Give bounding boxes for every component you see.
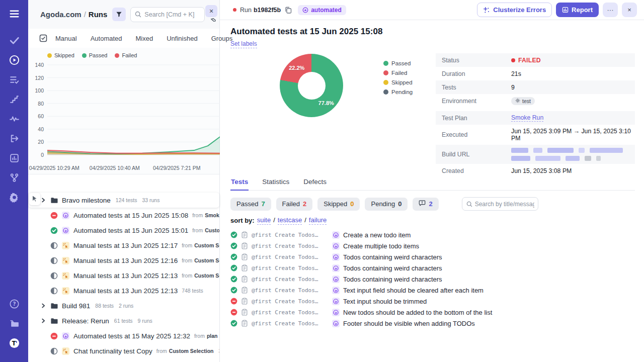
filter-pill-comments[interactable]: >2 (413, 198, 438, 211)
folder-row[interactable]: Build 98188 tests2 runs (28, 298, 219, 313)
clipboard-icon (241, 253, 248, 260)
results-donut-chart: 77.8%22.2% (280, 54, 343, 117)
legend-item-passed[interactable]: Passed (82, 52, 108, 58)
tab-defects[interactable]: Defects (303, 175, 327, 190)
filter-pill-passed[interactable]: Passed7 (230, 198, 271, 211)
copy-run-id-button[interactable] (285, 7, 292, 14)
tab-automated[interactable]: Automated (91, 35, 122, 42)
menu-icon[interactable] (8, 7, 21, 20)
sort-options: suite/testcase/failure (257, 216, 327, 225)
section-name: Runs (89, 10, 108, 19)
play-circle-icon[interactable] (8, 53, 21, 66)
run-source: Custom Selection (194, 273, 219, 279)
tab-statistics[interactable]: Statistics (262, 175, 290, 190)
tab-manual[interactable]: Manual (55, 35, 77, 42)
donut-legend-item-passed: Passed (383, 60, 423, 66)
gear-icon[interactable] (8, 191, 21, 204)
tests-search-input[interactable] (475, 201, 534, 208)
automated-badge[interactable]: a automated (298, 5, 346, 15)
status-passed-icon (230, 320, 237, 327)
list-check-icon[interactable] (8, 73, 21, 86)
run-from-label: from (192, 227, 203, 233)
redacted-segment (547, 148, 574, 153)
test-plan-link[interactable]: Smoke Run (511, 114, 543, 122)
detail-label: Status (436, 54, 511, 67)
runs-history-chart: SkippedPassedFailed 020406080100120140 0… (28, 48, 219, 174)
run-row[interactable]: aAutomated tests at 15 Jun 2025 15:01fro… (28, 223, 219, 238)
run-row[interactable]: Manual tests at 13 Jun 2025 12:16fromCus… (28, 253, 219, 268)
testomat-logo[interactable]: T (8, 336, 21, 349)
test-row[interactable]: @first Create Todos…aCreate a new todo i… (230, 229, 635, 240)
automated-icon: a (62, 227, 69, 234)
folders-icon[interactable] (8, 317, 21, 330)
project-name[interactable]: Agoda.com (40, 10, 82, 19)
x-tick-label: 04/29/2025 10:29 AM (29, 165, 79, 171)
chevron-right-icon[interactable] (40, 197, 46, 203)
breadcrumb: Agoda.com/Runs (40, 10, 107, 19)
folder-row[interactable]: Release: Rerun61 tests9 runs (28, 313, 219, 328)
branch-icon[interactable] (8, 171, 21, 184)
filter-count: 0 (350, 200, 354, 208)
tab-unfinished[interactable]: Unfinished (167, 35, 197, 42)
status-passed-icon (230, 287, 237, 294)
chevron-right-icon[interactable] (40, 318, 46, 324)
clusterize-errors-button[interactable]: Clusterize Errors (477, 3, 552, 17)
test-row[interactable]: @first Create Todos…aTodos containing we… (230, 262, 635, 274)
help-icon[interactable]: ? (8, 297, 21, 310)
status-passed-icon (230, 264, 237, 272)
tab-mixed[interactable]: Mixed (136, 35, 153, 42)
checkbox-icon[interactable] (39, 34, 47, 42)
run-list: Bravo milestone124 tests33 runsaAutomate… (28, 193, 219, 358)
run-row[interactable]: Manual tests at 13 Jun 2025 12:17fromCus… (28, 238, 219, 253)
check-icon[interactable] (8, 34, 21, 47)
sort-by-suite[interactable]: suite (257, 216, 271, 225)
test-row[interactable]: @first Create Todos…aText input field sh… (230, 285, 635, 296)
sort-by-failure[interactable]: failure (309, 216, 327, 225)
test-row[interactable]: @first Create Todos…aText input should b… (230, 296, 635, 307)
run-row[interactable]: Manual tests at 13 Jun 2025 12:13fromCus… (28, 268, 219, 283)
pulse-icon[interactable] (8, 112, 21, 125)
test-row[interactable]: @first Create Todos…aFooter should be vi… (230, 318, 635, 329)
import-icon[interactable] (8, 132, 21, 145)
run-title: Manual tests at 13 Jun 2025 12:16 (73, 257, 178, 264)
filter-pill-failed[interactable]: Failed2 (276, 198, 313, 211)
run-row[interactable]: aAutomated tests at 15 May 2025 12:32fro… (28, 328, 219, 343)
suite-label: @first Create Todos… (252, 254, 328, 260)
close-panel-button[interactable]: × (205, 5, 217, 17)
filter-button[interactable] (112, 8, 126, 21)
test-row[interactable]: @first Create Todos…aCreate multiple tod… (230, 240, 635, 251)
environment-badge[interactable]: >test (511, 97, 535, 105)
report-button[interactable]: Report (556, 3, 599, 17)
more-actions-button[interactable]: ··· (603, 3, 618, 17)
run-meta: 37 tests (219, 348, 219, 354)
automated-icon: a (332, 309, 340, 316)
clipboard-icon (241, 231, 248, 238)
legend-item-failed[interactable]: Failed (115, 52, 137, 58)
suite-label: @first Create Todos… (252, 276, 328, 283)
test-row[interactable]: @first Create Todos…aTodos containing we… (230, 274, 635, 285)
sort-by-testcase[interactable]: testcase (278, 216, 302, 225)
tab-groups[interactable]: Groups (211, 35, 233, 42)
suite-label: @first Create Todos… (252, 287, 328, 294)
y-tick-label: 40 (30, 126, 44, 132)
steps-icon[interactable] (8, 93, 21, 106)
svg-text:a: a (64, 334, 66, 337)
redacted-segment (533, 148, 542, 153)
test-row[interactable]: @first Create Todos…aTodos containing we… (230, 251, 635, 262)
filter-pill-skipped[interactable]: Skipped0 (317, 198, 360, 211)
donut-legend-item-pending: Pending (383, 89, 423, 95)
test-row[interactable]: @first Create Todos…aNew todos should be… (230, 307, 635, 318)
runs-search-input[interactable] (144, 11, 200, 18)
folder-row[interactable]: Bravo milestone124 tests33 runs (28, 193, 219, 208)
svg-text:a: a (335, 321, 337, 325)
run-row[interactable]: Manual tests at 13 Jun 2025 12:13748 tes… (28, 283, 219, 298)
chevron-right-icon[interactable] (40, 303, 46, 309)
filter-pill-pending[interactable]: Pending0 (365, 198, 408, 211)
run-row[interactable]: aAutomated tests at 15 Jun 2025 15:08fro… (28, 208, 219, 223)
pin-icon[interactable] (210, 18, 216, 22)
run-row[interactable]: Chat functinality test CopyfromCustom Se… (28, 343, 219, 358)
tab-tests[interactable]: Tests (230, 175, 249, 191)
legend-item-skipped[interactable]: Skipped (47, 52, 74, 58)
close-run-button[interactable]: × (622, 3, 637, 17)
bar-chart-icon[interactable] (8, 151, 21, 164)
